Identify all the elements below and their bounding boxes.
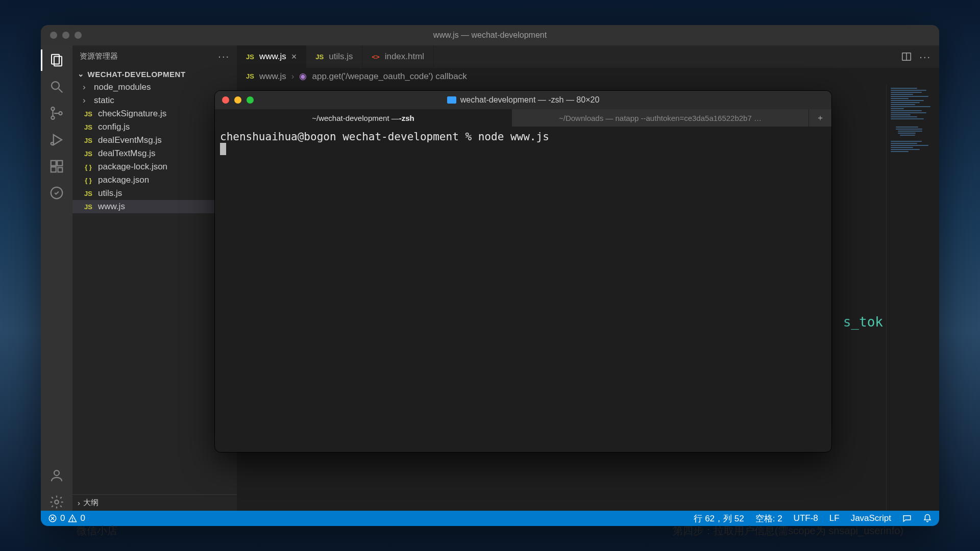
svg-rect-11: [51, 167, 56, 172]
svg-rect-10: [57, 161, 62, 166]
tree-folder[interactable]: › node_modules: [72, 81, 237, 94]
tree-file[interactable]: JS config.js: [72, 120, 237, 134]
breadcrumb-file: www.js: [259, 71, 286, 82]
outline-section[interactable]: › 大纲: [72, 494, 237, 511]
terminal-window-controls: [222, 96, 254, 104]
outline-label: 大纲: [83, 498, 99, 508]
terminal-line: chenshuaihua@bogon wechat-development % …: [220, 131, 549, 143]
sidebar-header: 资源管理器 ···: [72, 45, 237, 67]
terminal-window: wechat-development — -zsh — 80×20 ~/wech…: [214, 90, 832, 453]
json-file-icon: [83, 177, 94, 184]
svg-rect-12: [58, 168, 63, 172]
terminal-tabs: ~/wechat-development — -zsh ~/Downloads …: [215, 109, 831, 127]
feedback-icon[interactable]: [902, 514, 912, 523]
error-count: 0: [60, 513, 65, 523]
minimize-window-button[interactable]: [62, 32, 69, 39]
encoding-info[interactable]: UTF-8: [794, 513, 818, 523]
svg-point-5: [51, 116, 54, 119]
folder-root-label: WECHAT-DEVELOPMENT: [88, 70, 186, 79]
explorer-sidebar: 资源管理器 ··· ⌄ WECHAT-DEVELOPMENT › node_mo…: [72, 45, 237, 511]
folder-icon: [447, 96, 456, 104]
code-fragment: s_tok: [843, 314, 883, 330]
svg-rect-9: [51, 161, 56, 166]
page-bottom-right: 第四步：拉取用户信息(需scope为 snsapi_userinfo): [673, 524, 903, 538]
tree-folder[interactable]: › static: [72, 94, 237, 107]
js-file-icon: JS: [315, 53, 324, 61]
window-title: www.js — wechat-development: [41, 31, 939, 40]
tree-file[interactable]: JS checkSignature.js: [72, 107, 237, 120]
minimap[interactable]: [886, 85, 939, 511]
svg-point-14: [54, 470, 59, 475]
terminal-cursor: [220, 143, 226, 155]
chevron-right-icon: ›: [83, 82, 90, 92]
tree-label: config.js: [98, 122, 130, 132]
problems-button[interactable]: 0 0: [48, 513, 85, 523]
terminal-close-button[interactable]: [222, 96, 229, 104]
chevron-right-icon: ›: [83, 95, 90, 106]
tree-label: www.js: [98, 202, 125, 212]
tree-file[interactable]: package-lock.json: [72, 160, 237, 173]
warning-count: 0: [80, 513, 85, 523]
breadcrumb[interactable]: JS www.js › ◉ app.get('/wepage_oauth_cod…: [237, 68, 939, 85]
sidebar-more-icon[interactable]: ···: [218, 51, 230, 62]
tab-www-js[interactable]: JS www.js ×: [237, 45, 306, 68]
chevron-down-icon: ⌄: [78, 69, 85, 79]
breadcrumb-symbol: app.get('/wepage_oauth_code') callback: [312, 71, 467, 82]
js-file-icon: JS: [83, 123, 94, 131]
tree-label: dealTextMsg.js: [98, 148, 155, 159]
tree-file[interactable]: JS www.js: [72, 200, 237, 213]
live-share-icon[interactable]: [48, 184, 65, 202]
terminal-tab-path: ~/wechat-development —: [312, 114, 399, 122]
js-file-icon: JS: [83, 150, 94, 158]
svg-point-22: [72, 520, 73, 521]
tree-file[interactable]: package.json: [72, 173, 237, 187]
tree-file[interactable]: JS utils.js: [72, 187, 237, 200]
tab-label: utils.js: [329, 52, 353, 62]
folder-root[interactable]: ⌄ WECHAT-DEVELOPMENT: [72, 67, 237, 81]
tab-label: index.html: [385, 52, 424, 62]
maximize-window-button[interactable]: [75, 32, 82, 39]
tab-utils-js[interactable]: JS utils.js: [306, 45, 362, 68]
svg-line-3: [59, 89, 63, 93]
method-icon: ◉: [299, 71, 307, 82]
cursor-position[interactable]: 行 62，列 52: [694, 513, 744, 524]
source-control-icon[interactable]: [48, 105, 65, 122]
tree-label: package-lock.json: [98, 162, 167, 172]
tree-file[interactable]: JS dealEventMsg.js: [72, 134, 237, 147]
tab-label: www.js: [259, 52, 286, 62]
settings-gear-icon[interactable]: [48, 493, 65, 511]
terminal-tab-proc: -zsh: [399, 114, 414, 122]
split-editor-icon[interactable]: [901, 51, 912, 62]
js-file-icon: JS: [246, 53, 254, 61]
terminal-add-tab-button[interactable]: ＋: [809, 109, 831, 127]
search-icon[interactable]: [48, 78, 65, 95]
explorer-icon[interactable]: [48, 52, 65, 69]
activity-bar: [41, 45, 72, 511]
vscode-window: www.js — wechat-development: [41, 25, 939, 526]
svg-point-15: [55, 500, 59, 504]
terminal-maximize-button[interactable]: [247, 96, 254, 104]
terminal-minimize-button[interactable]: [234, 96, 241, 104]
terminal-body[interactable]: chenshuaihua@bogon wechat-development % …: [215, 127, 831, 452]
eol-info[interactable]: LF: [829, 513, 840, 523]
svg-point-2: [52, 82, 59, 89]
terminal-tab-2[interactable]: ~/Downloads — natapp --authtoken=ce3da5a…: [512, 109, 809, 127]
language-mode[interactable]: JavaScript: [851, 513, 891, 523]
indent-info[interactable]: 空格: 2: [755, 513, 782, 524]
html-file-icon: <>: [372, 53, 379, 61]
notifications-icon[interactable]: [923, 514, 932, 523]
account-icon[interactable]: [48, 467, 65, 484]
tree-file[interactable]: JS dealTextMsg.js: [72, 147, 237, 160]
editor-more-icon[interactable]: ···: [919, 51, 931, 63]
tree-label: checkSignature.js: [98, 109, 166, 119]
terminal-title-bar: wechat-development — -zsh — 80×20: [215, 91, 831, 109]
run-debug-icon[interactable]: [48, 131, 65, 148]
editor-tabs: JS www.js × JS utils.js <> index.html ··…: [237, 45, 939, 68]
chevron-right-icon: ›: [78, 498, 80, 507]
close-window-button[interactable]: [50, 32, 57, 39]
terminal-tab-1[interactable]: ~/wechat-development — -zsh: [215, 109, 512, 127]
tab-index-html[interactable]: <> index.html: [362, 45, 434, 68]
extensions-icon[interactable]: [48, 158, 65, 175]
window-controls: [50, 32, 82, 39]
close-tab-icon[interactable]: ×: [291, 52, 297, 62]
